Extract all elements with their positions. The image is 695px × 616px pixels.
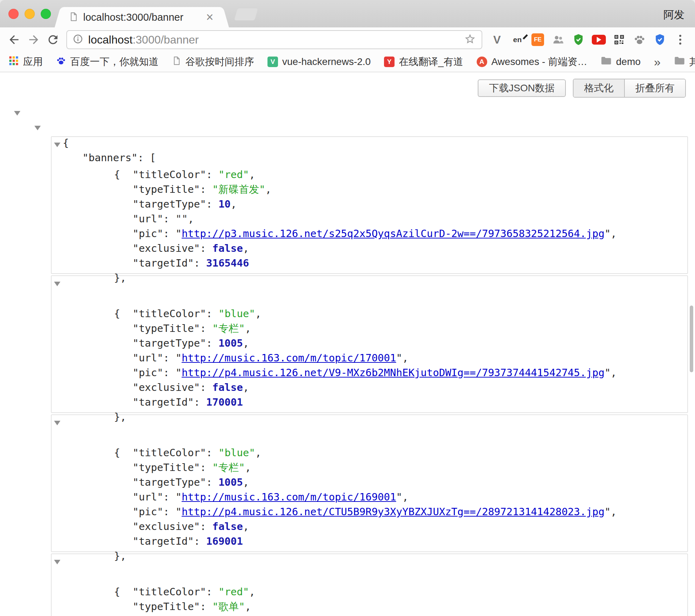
json-property-row: exclusivefalse <box>52 365 687 380</box>
download-json-button[interactable]: 下载JSON数据 <box>478 79 566 97</box>
collapse-toggle-icon[interactable] <box>34 126 41 130</box>
json-property-row: titleColorred <box>52 570 687 584</box>
json-property-row: exclusivefalse <box>52 504 687 519</box>
json-object-close-row: }, <box>52 534 687 549</box>
forward-icon[interactable] <box>25 31 42 48</box>
json-object-close-row: }, <box>52 256 687 270</box>
bookmarks-bar: 应用 百度一下，你就知道 谷歌按时间排序 V vue-hackernews-2.… <box>0 52 695 72</box>
translate-icon[interactable]: en <box>508 31 527 49</box>
collapse-toggle-icon[interactable] <box>54 282 60 286</box>
json-property-row: urlhttp://music.163.com/m/topic/169001 <box>52 475 687 490</box>
tab-title: localhost:3000/banner <box>83 12 200 23</box>
json-property-row: url <box>52 197 687 211</box>
collapse-toggle-icon[interactable] <box>54 143 60 147</box>
json-object-open-row: { <box>52 416 687 431</box>
baidu-paw-icon <box>56 56 66 68</box>
json-object-open-row: { <box>52 555 687 570</box>
json-property-row: typeTitle专栏 <box>52 306 687 321</box>
close-tab-icon[interactable]: × <box>205 11 215 24</box>
json-property-row: titleColorblue <box>52 291 687 306</box>
json-property-row: pichttp://p4.music.126.net/V9-MXz6b2MNhE… <box>52 350 687 365</box>
json-property-row: titleColorred <box>52 152 687 167</box>
folder-icon <box>601 56 612 68</box>
url-text[interactable]: localhost:3000/banner <box>88 33 459 46</box>
json-property-row: targetType10 <box>52 182 687 197</box>
page-info-icon[interactable] <box>73 34 83 46</box>
json-object-close-row: }, <box>52 395 687 409</box>
navigation-bar: localhost:3000/banner V en FE <box>0 27 695 52</box>
folder-icon <box>674 56 685 68</box>
json-property-row: targetType1000 <box>52 599 687 614</box>
json-property-row: targetType1005 <box>52 321 687 336</box>
json-root-row: { <box>0 106 695 121</box>
new-tab-button[interactable] <box>234 8 258 20</box>
json-property-row: pichttp://p3.music.126.net/s25q2x5QyqsAz… <box>52 211 687 226</box>
json-property-row: titleColorblue <box>52 431 687 445</box>
back-icon[interactable] <box>6 31 22 48</box>
profile-name[interactable]: 阿发 <box>663 8 684 22</box>
json-property-row: pichttp://p4.music.126.net/CTU5B9R9y3XyY… <box>52 490 687 504</box>
json-property-row: targetId170001 <box>52 380 687 395</box>
json-property-row: typeTitle歌单 <box>52 584 687 599</box>
json-property-row: typeTitle专栏 <box>52 445 687 460</box>
json-object-box: { titleColorblue typeTitle专栏 targetType1… <box>51 414 688 552</box>
vue-icon: V <box>267 57 278 67</box>
json-property-row: targetId3165446 <box>52 241 687 256</box>
close-window-button[interactable] <box>8 9 19 19</box>
json-property-row: targetType1005 <box>52 460 687 475</box>
format-button[interactable]: 格式化 <box>574 79 624 97</box>
view-toggle-group: 格式化 折叠所有 <box>573 79 686 98</box>
json-property-row: typeTitle新碟首发 <box>52 167 687 182</box>
bookmark-vue-hackernews[interactable]: V vue-hackernews-2.0 <box>267 56 371 67</box>
bookmark-youdao[interactable]: Y 在线翻译_有道 <box>384 55 463 68</box>
browser-window: localhost:3000/banner × 阿发 localhost:300… <box>0 0 695 616</box>
awesomes-icon: A <box>477 57 487 67</box>
json-property-row: targetId169001 <box>52 519 687 534</box>
window-controls <box>8 9 51 19</box>
fehelper-icon[interactable]: FE <box>529 31 547 49</box>
collapse-toggle-icon[interactable] <box>54 560 60 564</box>
json-object-box: { titleColorred typeTitle新碟首发 targetType… <box>51 136 688 274</box>
json-object-box: { titleColorblue typeTitle专栏 targetType1… <box>51 275 688 413</box>
qrcode-icon[interactable] <box>610 31 628 49</box>
bookmark-apps[interactable]: 应用 <box>8 55 43 68</box>
collapse-all-button[interactable]: 折叠所有 <box>624 79 685 97</box>
json-object-box: { titleColorred typeTitle歌单 targetType10… <box>51 553 688 616</box>
address-bar[interactable]: localhost:3000/banner <box>66 30 482 49</box>
json-property-row: exclusivefalse <box>52 226 687 241</box>
minimize-window-button[interactable] <box>25 9 35 19</box>
green-shield-icon[interactable] <box>569 31 588 49</box>
reload-icon[interactable] <box>45 31 62 48</box>
page-icon <box>172 56 181 68</box>
youtube-icon[interactable] <box>590 31 608 49</box>
json-property-row: url <box>52 614 687 616</box>
vimium-icon[interactable]: V <box>488 31 506 49</box>
bookmark-google-sort[interactable]: 谷歌按时间排序 <box>172 55 254 68</box>
apps-grid-icon <box>8 55 19 68</box>
json-property-row: urlhttp://music.163.com/m/topic/170001 <box>52 336 687 350</box>
zoom-window-button[interactable] <box>41 9 51 19</box>
collapse-toggle-icon[interactable] <box>14 111 20 116</box>
paw-icon[interactable] <box>630 31 649 49</box>
bookmarks-overflow-chevron[interactable]: » <box>654 55 661 69</box>
title-bar: localhost:3000/banner × 阿发 <box>0 0 695 27</box>
json-banners-row: banners[ <box>0 121 695 136</box>
json-object-open-row: { <box>52 138 687 152</box>
bookmark-awesomes[interactable]: A Awesomes - 前端资… <box>477 55 587 68</box>
bookmark-star-icon[interactable] <box>464 33 476 46</box>
people-icon[interactable] <box>549 31 567 49</box>
other-bookmarks-button[interactable]: 其他书签 <box>674 55 695 68</box>
bookmark-baidu[interactable]: 百度一下，你就知道 <box>56 55 159 68</box>
json-tree: { banners[ { titleColorred typeTitle新碟首发… <box>0 106 695 616</box>
bookmark-demo-folder[interactable]: demo <box>601 56 641 68</box>
scrollbar-thumb[interactable] <box>690 306 693 372</box>
collapse-toggle-icon[interactable] <box>54 421 60 425</box>
browser-menu-icon[interactable] <box>671 31 689 49</box>
extension-icons: V en FE <box>488 31 689 49</box>
browser-tab[interactable]: localhost:3000/banner × <box>62 7 221 27</box>
security-shield-icon[interactable] <box>651 31 669 49</box>
page-favicon-icon <box>69 12 78 23</box>
youdao-icon: Y <box>384 57 395 67</box>
json-viewer-toolbar: 下载JSON数据 格式化 折叠所有 <box>0 72 695 98</box>
json-object-open-row: { <box>52 277 687 291</box>
